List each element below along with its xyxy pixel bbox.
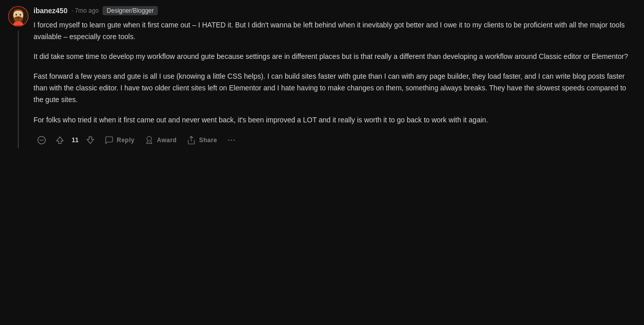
avatar-image xyxy=(8,6,28,26)
downvote-button[interactable] xyxy=(82,132,98,148)
upvote-icon xyxy=(55,135,65,145)
reply-icon xyxy=(105,136,114,145)
share-button[interactable]: Share xyxy=(183,133,221,148)
avatar xyxy=(8,6,28,26)
share-icon xyxy=(187,136,196,145)
award-icon xyxy=(145,136,154,145)
paragraph-2: It did take some time to develop my work… xyxy=(33,51,636,62)
more-dots-icon xyxy=(227,136,236,145)
thread-line xyxy=(18,30,19,148)
timestamp: · 7mo ago xyxy=(72,7,98,14)
comment-container: ibanez450 · 7mo ago Designer/Blogger I f… xyxy=(0,0,644,154)
svg-point-8 xyxy=(147,136,152,141)
paragraph-3: Fast forward a few years and gute is all… xyxy=(33,71,636,106)
reply-button[interactable]: Reply xyxy=(100,133,139,148)
svg-point-12 xyxy=(233,140,234,141)
comment-body: I forced myself to learn gute when it fi… xyxy=(33,19,636,126)
collapse-button[interactable] xyxy=(33,132,50,148)
upvote-button[interactable] xyxy=(52,132,68,148)
user-flair: Designer/Blogger xyxy=(103,6,158,15)
svg-point-11 xyxy=(231,140,232,141)
paragraph-1: I forced myself to learn gute when it fi… xyxy=(33,19,636,43)
svg-point-5 xyxy=(20,14,21,16)
paragraph-4: For folks who tried it when it first cam… xyxy=(33,114,636,126)
svg-point-10 xyxy=(228,140,229,141)
username[interactable]: ibanez450 xyxy=(33,7,67,15)
collapse-icon xyxy=(37,135,47,145)
downvote-icon xyxy=(85,135,95,145)
award-button[interactable]: Award xyxy=(141,133,181,148)
vote-count: 11 xyxy=(70,137,80,144)
comment-header: ibanez450 · 7mo ago Designer/Blogger xyxy=(33,6,636,15)
right-column: ibanez450 · 7mo ago Designer/Blogger I f… xyxy=(33,6,636,148)
comment-actions: 11 Reply Award xyxy=(33,132,636,148)
more-options-button[interactable] xyxy=(223,132,240,148)
left-column xyxy=(8,6,28,148)
svg-point-4 xyxy=(16,14,17,16)
